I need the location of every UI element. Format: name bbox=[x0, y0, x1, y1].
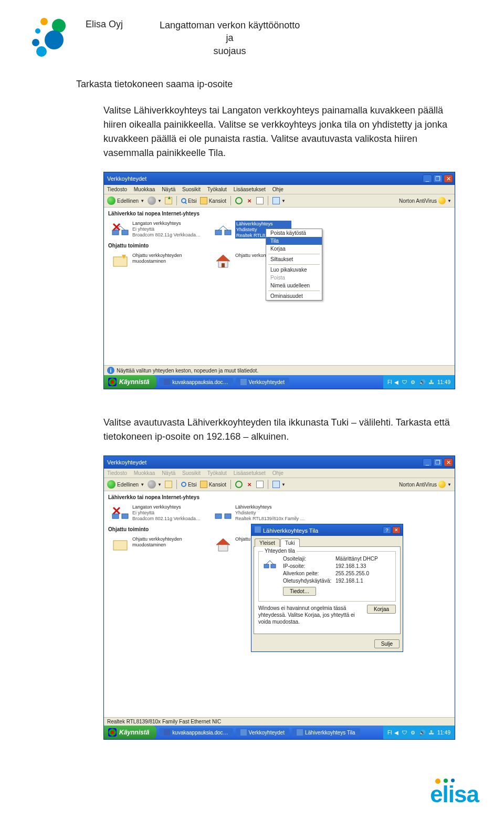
ctx-shortcut[interactable]: Luo pikakuvake bbox=[266, 266, 322, 274]
close-button-2[interactable]: ✕ bbox=[444, 458, 453, 467]
status-bar-2: Realtek RTL8139/810x Family Fast Etherne… bbox=[104, 717, 455, 726]
repair-button[interactable]: Korjaa bbox=[367, 605, 396, 614]
lang-indicator-2[interactable]: FI bbox=[387, 730, 392, 736]
forward-button[interactable]: ▼ bbox=[148, 196, 162, 205]
search-button-2[interactable]: Etsi bbox=[181, 482, 197, 488]
taskbar-item-status-2[interactable]: Lähiverkkoyhteys Tila bbox=[292, 728, 360, 737]
close-button[interactable]: ✕ bbox=[444, 174, 453, 183]
system-tray[interactable]: FI ◀ 🛡 ⚙ 🔊 🖧 11:49 bbox=[383, 375, 455, 389]
back-button-2[interactable]: Edellinen▼ bbox=[107, 480, 144, 489]
back-button[interactable]: Edellinen▼ bbox=[107, 196, 144, 205]
folders-button[interactable]: Kansiot bbox=[200, 197, 226, 204]
svg-rect-0 bbox=[112, 230, 119, 235]
menu-view[interactable]: Näytä bbox=[162, 187, 175, 192]
prop-icon[interactable] bbox=[256, 197, 264, 204]
menu-bar-2[interactable]: Tiedosto Muokkaa Näytä Suosikit Työkalut… bbox=[104, 469, 455, 478]
minimize-button[interactable]: _ bbox=[423, 174, 432, 183]
menu-favs[interactable]: Suosikit bbox=[182, 187, 201, 192]
lang-indicator[interactable]: FI bbox=[387, 379, 392, 385]
window-titlebar-2[interactable]: Verkkoyhteydet _ ❐ ✕ bbox=[104, 456, 455, 469]
minimize-button-2[interactable]: _ bbox=[423, 458, 432, 467]
stop-icon[interactable]: ✕ bbox=[246, 197, 253, 204]
paragraph-1: Valitse Lähiverkkoyhteys tai Langaton ve… bbox=[103, 103, 454, 160]
lan-name-2: Lähiverkkoyhteys bbox=[235, 504, 304, 510]
ctx-repair[interactable]: Korjaa bbox=[266, 245, 322, 253]
window-title-text-2: Verkkoyhteydet bbox=[107, 459, 146, 465]
details-button[interactable]: Tiedot… bbox=[283, 587, 316, 596]
sync-icon[interactable] bbox=[235, 197, 243, 204]
menu-tools[interactable]: Työkalut bbox=[207, 187, 227, 192]
views-button-2[interactable]: ▼ bbox=[272, 481, 286, 488]
wlan-device-2: Broadcom 802.11g Verkkoada… bbox=[132, 516, 201, 522]
tray-icons-2[interactable]: ◀ 🛡 ⚙ 🔊 🖧 bbox=[394, 730, 435, 736]
menu-bar[interactable]: Tiedosto Muokkaa Näytä Suosikit Työkalut… bbox=[104, 185, 455, 194]
wizard-network-setup-2[interactable]: Ohjattu… bbox=[214, 536, 246, 554]
lan-device-2: Realtek RTL8139/810x Family … bbox=[235, 516, 304, 522]
menu-advanced-2[interactable]: Lisäasetukset bbox=[234, 470, 266, 476]
screenshot-1-window: Verkkoyhteydet _ ❐ ✕ Tiedosto Muokkaa Nä… bbox=[103, 172, 455, 389]
dialog-help-button[interactable]: ? bbox=[383, 526, 391, 534]
prop-icon-2[interactable] bbox=[256, 481, 264, 488]
up-button-2[interactable] bbox=[165, 481, 172, 488]
menu-file[interactable]: Tiedosto bbox=[107, 187, 127, 192]
tray-icons[interactable]: ◀ 🛡 ⚙ 🔊 🖧 bbox=[394, 379, 435, 385]
ctx-bridge[interactable]: Siltaukset bbox=[266, 255, 322, 263]
system-tray-2[interactable]: FI ◀ 🛡 ⚙ 🔊 🖧 11:49 bbox=[383, 726, 455, 739]
taskbar-item-net-2[interactable]: Verkkoyhteydet bbox=[236, 728, 289, 737]
menu-edit[interactable]: Muokkaa bbox=[134, 187, 155, 192]
close-dialog-button[interactable]: Sulje bbox=[374, 639, 400, 648]
value-ip: 192.168.1.33 bbox=[335, 563, 366, 569]
views-button[interactable]: ▼ bbox=[272, 197, 286, 204]
dialog-titlebar[interactable]: Lähiverkkoyhteys Tila ? ✕ bbox=[251, 524, 403, 536]
wlan-name: Langaton verkkoyhteys bbox=[132, 221, 201, 226]
search-button[interactable]: Etsi bbox=[181, 198, 197, 204]
tab-general[interactable]: Yleiset bbox=[255, 539, 280, 547]
window-titlebar[interactable]: Verkkoyhteydet _ ❐ ✕ bbox=[104, 172, 455, 185]
forward-button-2[interactable]: ▼ bbox=[148, 480, 162, 489]
wizard-new-connection[interactable]: Ohjattu verkkoyhteyden muodostaminen bbox=[111, 253, 206, 271]
maximize-button[interactable]: ❐ bbox=[433, 174, 443, 183]
tab-support[interactable]: Tuki bbox=[280, 539, 300, 547]
label-gateway: Oletusyhdyskäytävä: bbox=[283, 578, 335, 584]
start-button[interactable]: Käynnistä bbox=[104, 375, 156, 389]
connection-wlan-2[interactable]: Langaton verkkoyhteys Ei yhteyttä Broadc… bbox=[111, 504, 206, 522]
search-label: Etsi bbox=[188, 198, 197, 204]
stop-icon-2[interactable]: ✕ bbox=[246, 481, 253, 488]
ctx-disable[interactable]: Poista käytöstä bbox=[266, 229, 322, 237]
status-text: Näyttää valitun yhteyden keston, nopeude… bbox=[117, 368, 258, 374]
section-heading: Tarkasta tietokoneen saama ip-osoite bbox=[76, 79, 454, 90]
norton-antivirus-2[interactable]: Norton AntiVirus▼ bbox=[399, 481, 452, 488]
folders-button-2[interactable]: Kansiot bbox=[200, 481, 226, 488]
wlan-state: Ei yhteyttä bbox=[132, 226, 201, 232]
menu-view-2[interactable]: Näytä bbox=[162, 470, 175, 476]
document-title: Langattoman verkon käyttöönotto ja suoja… bbox=[160, 19, 300, 57]
dialog-close-button[interactable]: ✕ bbox=[392, 526, 401, 534]
taskbar-item-doc[interactable]: kuvakaappauksia.doc… bbox=[159, 378, 233, 386]
norton-antivirus[interactable]: Norton AntiVirus▼ bbox=[399, 197, 452, 204]
menu-file-2[interactable]: Tiedosto bbox=[107, 470, 127, 476]
maximize-button-2[interactable]: ❐ bbox=[433, 458, 443, 467]
menu-tools-2[interactable]: Työkalut bbox=[207, 470, 227, 476]
section-network: Lähiverkko tai nopea Internet-yhteys bbox=[104, 208, 455, 220]
wizard1-icon bbox=[111, 253, 129, 271]
sync-icon-2[interactable] bbox=[235, 481, 243, 488]
menu-help-2[interactable]: Ohje bbox=[272, 470, 284, 476]
menu-advanced[interactable]: Lisäasetukset bbox=[234, 187, 266, 192]
search-icon bbox=[181, 198, 186, 203]
ctx-status[interactable]: Tila bbox=[266, 237, 322, 245]
svg-rect-17 bbox=[113, 541, 127, 550]
connection-lan-2[interactable]: Lähiverkkoyhteys Yhdistetty Realtek RTL8… bbox=[214, 504, 309, 522]
menu-favs-2[interactable]: Suosikit bbox=[182, 470, 201, 476]
wizard-new-connection-2[interactable]: Ohjattu verkkoyhteyden muodostaminen bbox=[111, 536, 206, 554]
menu-edit-2[interactable]: Muokkaa bbox=[134, 470, 155, 476]
menu-help[interactable]: Ohje bbox=[272, 187, 284, 192]
up-button[interactable]: ▲ bbox=[165, 197, 172, 204]
taskbar-item-net[interactable]: Verkkoyhteydet bbox=[236, 378, 289, 386]
status-dialog: Lähiverkkoyhteys Tila ? ✕ Yleiset Tuki Y… bbox=[251, 524, 403, 652]
ctx-rename[interactable]: Nimeä uudelleen bbox=[266, 282, 322, 289]
connection-wlan[interactable]: Langaton verkkoyhteys Ei yhteyttä Broadc… bbox=[111, 221, 206, 239]
taskbar-item-doc-2[interactable]: kuvakaappauksia.doc… bbox=[159, 728, 233, 737]
wizard2-icon-2 bbox=[214, 536, 232, 554]
ctx-properties[interactable]: Ominaisuudet bbox=[266, 292, 322, 300]
start-button-2[interactable]: Käynnistä bbox=[104, 726, 156, 739]
